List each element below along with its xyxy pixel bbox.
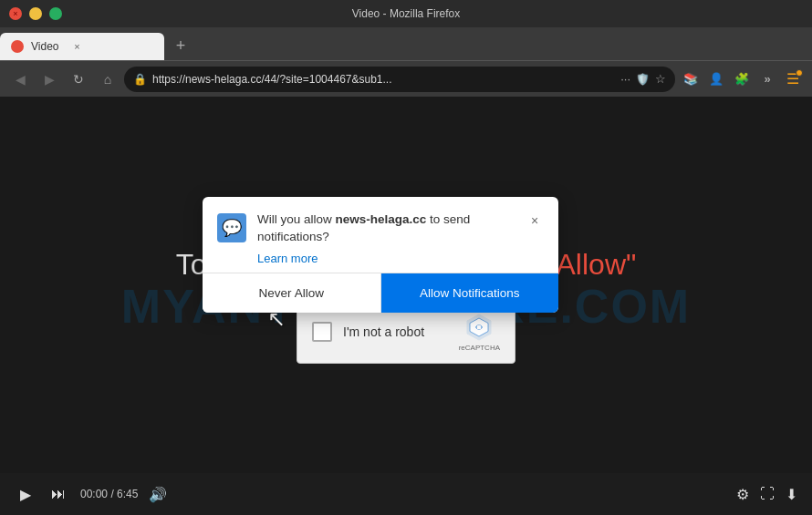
controls-right: ⚙ ⛶ ⬇ [736, 486, 797, 503]
menu-button[interactable]: ☰ [781, 67, 805, 91]
popup-buttons: Never Allow Allow Notifications [203, 273, 558, 313]
never-allow-button[interactable]: Never Allow [203, 273, 381, 313]
bookmark-icon[interactable]: ☆ [655, 72, 666, 86]
popup-icon: 💬 [217, 213, 246, 242]
navbar: ◀ ▶ ↻ ⌂ 🔒 https://news-helaga.cc/44/?sit… [0, 60, 812, 97]
back-button[interactable]: ◀ [7, 67, 33, 92]
current-time: 00:00 [80, 488, 108, 500]
tab-favicon [11, 40, 24, 53]
address-bar-right: ··· 🛡️ ☆ [620, 72, 666, 86]
address-bar[interactable]: 🔒 https://news-helaga.cc/44/?site=100446… [124, 67, 675, 92]
recaptcha-label: I'm not a robot [343, 324, 448, 339]
time-display: 00:00 / 6:45 [80, 488, 138, 500]
popup-text: Will you allow news-helaga.cc to send no… [257, 211, 515, 265]
maximize-button[interactable] [49, 7, 62, 20]
shield-verify-icon: 🛡️ [636, 73, 650, 86]
window-title: Video - Mozilla Firefox [352, 7, 461, 20]
recaptcha-logo: reCAPTCHA [459, 313, 500, 352]
window-controls: × [9, 7, 62, 20]
settings-button[interactable]: ⚙ [736, 486, 749, 503]
overflow-button[interactable]: » [755, 67, 779, 91]
popup-header: 💬 Will you allow news-helaga.cc to send … [203, 197, 558, 273]
close-button[interactable]: × [9, 7, 22, 20]
toolbar-right: 📚 👤 🧩 » ☰ [679, 67, 805, 91]
security-icons: 🔒 [133, 73, 147, 86]
page-content: MYANTISPYWARE.COM To access to the video… [0, 97, 812, 515]
home-button[interactable]: ⌂ [95, 67, 120, 92]
popup-question: Will you allow news-helaga.cc to send no… [257, 211, 515, 246]
download-button[interactable]: ⬇ [786, 486, 797, 503]
volume-button[interactable]: 🔊 [149, 486, 167, 503]
tabbar: Video × + [0, 27, 812, 60]
lib-icon[interactable]: 📚 [679, 67, 703, 91]
tab-label: Video [31, 40, 58, 53]
new-tab-button[interactable]: + [168, 33, 193, 58]
chat-icon: 💬 [222, 218, 242, 238]
popup-question-prefix: Will you allow [257, 212, 336, 226]
allow-word: "Allow" [546, 248, 636, 281]
minimize-button[interactable] [29, 7, 42, 20]
tab-video[interactable]: Video × [0, 33, 164, 60]
url-text: https://news-helaga.cc/44/?site=1004467&… [152, 73, 615, 86]
learn-more-link[interactable]: Learn more [257, 252, 515, 265]
video-controls: ▶ ⏭ 00:00 / 6:45 🔊 ⚙ ⛶ ⬇ [0, 473, 812, 515]
skip-button[interactable]: ⏭ [47, 483, 69, 505]
shield-icon: 🔒 [133, 73, 147, 86]
sync-icon[interactable]: 👤 [704, 67, 728, 91]
play-button[interactable]: ▶ [15, 483, 36, 505]
svg-point-0 [477, 324, 482, 329]
forward-button[interactable]: ▶ [36, 67, 62, 92]
reload-button[interactable]: ↻ [66, 67, 91, 92]
menu-badge [796, 69, 803, 77]
recaptcha-brand-text: reCAPTCHA [459, 344, 500, 352]
recaptcha-checkbox[interactable] [312, 322, 332, 342]
allow-notifications-button[interactable]: Allow Notifications [381, 273, 559, 313]
popup-close-button[interactable]: × [526, 211, 544, 230]
popup-domain: news-helaga.cc [336, 212, 427, 226]
fullscreen-button[interactable]: ⛶ [760, 486, 775, 502]
more-dots[interactable]: ··· [620, 72, 630, 86]
recaptcha-icon [464, 313, 494, 342]
notification-popup: 💬 Will you allow news-helaga.cc to send … [203, 197, 558, 313]
total-time: 6:45 [117, 488, 138, 500]
extensions-icon[interactable]: 🧩 [730, 67, 754, 91]
titlebar: × Video - Mozilla Firefox [0, 0, 812, 27]
tab-close-button[interactable]: × [69, 39, 84, 54]
